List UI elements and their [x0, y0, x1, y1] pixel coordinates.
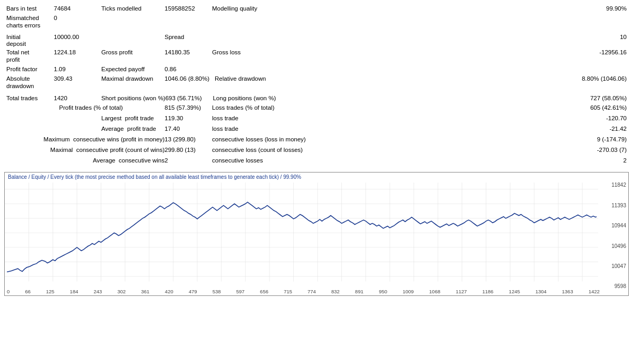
row-deposit: Initial deposit 10000.00 Spread 10 — [6, 34, 627, 49]
average-profit-value: 17.40 — [165, 126, 207, 132]
absolute-drawdown-label: Absolute drawdown — [6, 75, 54, 90]
col-maximal-spacer: Maximal consecutive profit (count of win… — [6, 147, 165, 153]
x-420: 420 — [165, 289, 174, 294]
profit-trades-label: Profit trades (% of total) — [59, 104, 123, 111]
y-label-3: 10944 — [611, 223, 626, 228]
x-832: 832 — [331, 289, 340, 294]
x-715: 715 — [284, 289, 292, 294]
col-largest-loss: -120.70 — [360, 115, 627, 121]
total-trades-label: Total trades — [6, 94, 54, 102]
spread-value: 10 — [574, 34, 627, 40]
avg-consec-wins-value: 2 — [165, 157, 207, 164]
row-bars-ticks: Bars in test 74684 Ticks modelled 159588… — [6, 4, 627, 14]
profit-trades-value: 815 (57.39%) — [165, 104, 207, 111]
col-ticks: 159588252 Modelling quality — [165, 5, 360, 12]
ticks-modelled-label: Ticks modelled — [101, 5, 165, 12]
maximal-consec-profit-label: Maximal consecutive profit (count of win… — [50, 147, 165, 153]
col-max-consec-losses: 9 (-174.79) — [360, 136, 627, 142]
maximal-consec-loss-label: consecutive loss (count of losses) — [212, 147, 303, 153]
maximal-drawdown-value: 1046.06 (8.80%) — [165, 75, 209, 82]
col-expected-payoff: 0.86 — [165, 66, 360, 72]
x-axis: 0 66 125 184 243 302 361 420 479 538 597… — [7, 289, 600, 294]
largest-profit-value: 119.30 — [165, 115, 207, 121]
col-max-wins-spacer: Maximum consecutive wins (profit in mone… — [6, 136, 165, 142]
row-profit-factor: Profit factor 1.09 Expected payoff 0.86 — [6, 65, 627, 74]
col-profit-factor: Profit factor 1.09 Expected payoff — [6, 65, 165, 73]
col-avg-profit: 17.40 loss trade — [165, 126, 360, 132]
initial-deposit-label: Initial deposit — [6, 34, 54, 49]
row-drawdown: Absolute drawdown 309.43 Maximal drawdow… — [6, 75, 627, 90]
largest-loss-value: -120.70 — [574, 115, 627, 121]
row-avg-consec: Average consecutive wins 2 consecutive l… — [6, 157, 627, 167]
average-profit-label: Average profit trade — [101, 126, 165, 132]
gross-loss-label: Gross loss — [212, 49, 275, 55]
x-1304: 1304 — [535, 289, 546, 294]
spread-label: Spread — [165, 34, 207, 40]
chart-label: Balance / Equity / Every tick (the most … — [8, 174, 301, 180]
average-loss-value: -21.42 — [574, 126, 627, 132]
col-spread-val: 10 — [360, 34, 627, 40]
col-avg-spacer: Average profit trade — [6, 126, 165, 132]
row-maximal-consec: Maximal consecutive profit (count of win… — [6, 147, 627, 156]
expected-payoff-value: 0.86 — [165, 66, 207, 72]
col-largest-spacer: Largest profit trade — [6, 115, 165, 121]
chart-area: Balance / Equity / Every tick (the most … — [4, 172, 629, 296]
x-1068: 1068 — [429, 289, 440, 294]
x-656: 656 — [260, 289, 268, 294]
total-trades-value: 1420 — [54, 95, 96, 101]
col-short-pos: 693 (56.71%) Long positions (won %) — [165, 95, 360, 101]
x-66: 66 — [25, 289, 31, 294]
x-1186: 1186 — [482, 289, 493, 294]
largest-profit-label: Largest profit trade — [101, 115, 165, 121]
x-1245: 1245 — [509, 289, 520, 294]
x-361: 361 — [141, 289, 150, 294]
x-1363: 1363 — [562, 289, 573, 294]
y-label-5: 10047 — [611, 263, 626, 269]
x-125: 125 — [46, 289, 54, 294]
x-597: 597 — [236, 289, 245, 294]
x-184: 184 — [70, 289, 78, 294]
row-largest: Largest profit trade 119.30 loss trade -… — [6, 115, 627, 124]
total-net-profit-value: 1224.18 — [54, 49, 96, 55]
col-loss-trades: 605 (42.61%) — [360, 104, 627, 111]
col-total-trades: Total trades 1420 Short positions (won %… — [6, 94, 165, 102]
y-label-1: 11842 — [611, 182, 626, 188]
col-avg-consec-losses: 2 — [360, 157, 627, 164]
long-positions-value: 727 (58.05%) — [574, 95, 627, 101]
col-max-wins: 13 (299.80) consecutive losses (loss in … — [165, 136, 360, 142]
short-positions-value: 693 (56.71%) — [165, 95, 207, 101]
max-consec-losses-value: 9 (-174.79) — [574, 136, 627, 142]
largest-loss-label: loss trade — [212, 115, 275, 121]
profit-factor-value: 1.09 — [54, 66, 96, 72]
col-profit-trades-val: 815 (57.39%) Loss trades (% of total) — [165, 104, 360, 111]
profit-factor-label: Profit factor — [6, 65, 54, 73]
x-302: 302 — [117, 289, 126, 294]
y-label-2: 11393 — [611, 203, 626, 208]
maximal-consec-loss-value: -270.03 (7) — [574, 147, 627, 153]
x-538: 538 — [213, 289, 221, 294]
row-profit-trades: Profit trades (% of total) 815 (57.39%) … — [6, 104, 627, 114]
loss-trades-label: Loss trades (% of total) — [212, 104, 275, 111]
expected-payoff-label: Expected payoff — [101, 66, 165, 72]
col-net-profit: Total net profit 1224.18 Gross profit — [6, 49, 165, 64]
x-1009: 1009 — [402, 289, 414, 294]
x-243: 243 — [93, 289, 102, 294]
maximal-drawdown-label: Maximal drawdown — [101, 75, 165, 82]
relative-drawdown-value: 8.80% (1046.06) — [574, 75, 627, 82]
modelling-quality-value: 99.90% — [574, 5, 627, 12]
col-modelling: 99.90% — [360, 5, 627, 12]
average-loss-label: loss trade — [212, 126, 275, 132]
max-consec-wins-value: 13 (299.80) — [165, 136, 207, 142]
col-long-pos: 727 (58.05%) — [360, 95, 627, 101]
col-avg-loss: -21.42 — [360, 126, 627, 132]
y-axis: 11842 11393 10944 10496 10047 9598 — [602, 182, 628, 289]
loss-trades-value: 605 (42.61%) — [574, 104, 627, 111]
col-largest-profit: 119.30 loss trade — [165, 115, 360, 121]
x-774: 774 — [308, 289, 316, 294]
mismatched-label: Mismatched charts errors — [6, 15, 54, 30]
col-gross-loss: -12956.16 — [360, 49, 627, 55]
row-average: Average profit trade 17.40 loss trade -2… — [6, 126, 627, 135]
col-deposit: Initial deposit 10000.00 — [6, 34, 165, 49]
short-positions-label: Short positions (won %) — [101, 95, 165, 101]
avg-consec-losses-label: consecutive losses — [212, 157, 275, 164]
